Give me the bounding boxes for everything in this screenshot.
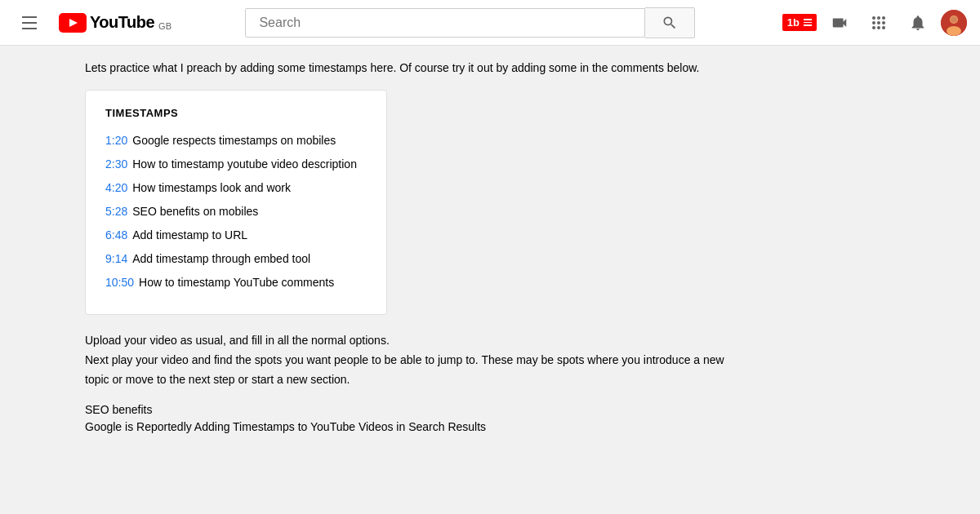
timestamp-item: 10:50How to timestamp YouTube comments <box>105 274 367 291</box>
svg-point-4 <box>947 26 961 36</box>
grid-icon <box>872 16 885 29</box>
avatar[interactable] <box>941 10 967 36</box>
timestamp-link[interactable]: 2:30 <box>105 156 127 173</box>
logo-text: YouTube <box>90 13 154 32</box>
main-content: Lets practice what I preach by adding so… <box>0 46 735 447</box>
timestamp-description: Add timestamp through embed tool <box>132 250 310 268</box>
seo-section: SEO benefits Google is Reportedly Adding… <box>85 403 735 434</box>
timestamp-link[interactable]: 5:28 <box>105 203 127 220</box>
timestamp-description: Add timestamp to URL <box>132 227 247 244</box>
para2: Next play your video and find the spots … <box>85 351 735 390</box>
timestamp-item: 9:14Add timestamp through embed tool <box>105 250 367 268</box>
timestamp-item: 1:20Google respects timestamps on mobile… <box>105 132 367 149</box>
timestamps-title: TIMESTAMPS <box>105 107 367 119</box>
timestamps-list: 1:20Google respects timestamps on mobile… <box>105 132 367 291</box>
camera-icon <box>831 14 849 32</box>
timestamp-link[interactable]: 4:20 <box>105 179 127 197</box>
svg-point-5 <box>951 16 957 23</box>
apps-button[interactable] <box>862 7 895 39</box>
header-right: 1b <box>782 7 967 39</box>
timestamp-item: 6:48Add timestamp to URL <box>105 227 367 244</box>
timestamp-description: SEO benefits on mobiles <box>132 203 258 220</box>
timestamp-link[interactable]: 9:14 <box>105 250 127 268</box>
timestamp-item: 4:20How timestamps look and work <box>105 179 367 197</box>
timestamp-description: How to timestamp YouTube comments <box>139 274 334 291</box>
bell-icon <box>909 14 927 32</box>
timestamp-description: How to timestamp youtube video descripti… <box>132 156 357 173</box>
search-bar <box>245 8 645 38</box>
hamburger-menu-button[interactable] <box>13 7 46 39</box>
hamburger-icon <box>16 10 43 36</box>
timestamp-description: Google respects timestamps on mobiles <box>132 132 336 149</box>
intro-paragraph: Lets practice what I preach by adding so… <box>85 59 735 77</box>
timestamp-link[interactable]: 6:48 <box>105 227 127 244</box>
sub-lines-icon <box>804 19 812 26</box>
notifications-button[interactable] <box>902 7 934 39</box>
youtube-logo[interactable]: YouTube GB <box>59 13 172 33</box>
search-icon <box>662 15 678 31</box>
timestamp-item: 5:28SEO benefits on mobiles <box>105 203 367 220</box>
timestamp-description: How timestamps look and work <box>132 179 291 197</box>
logo-country: GB <box>158 21 172 31</box>
seo-label: SEO benefits <box>85 403 735 416</box>
subscription-badge[interactable]: 1b <box>782 14 817 31</box>
timestamp-item: 2:30How to timestamp youtube video descr… <box>105 156 367 173</box>
para1: Upload your video as usual, and fill in … <box>85 331 735 351</box>
seo-link[interactable]: Google is Reportedly Adding Timestamps t… <box>85 420 486 433</box>
header: YouTube GB 1b <box>0 0 980 46</box>
sub-count: 1b <box>787 16 800 29</box>
header-left: YouTube GB <box>13 7 172 39</box>
timestamp-link[interactable]: 10:50 <box>105 274 134 291</box>
timestamp-link[interactable]: 1:20 <box>105 132 127 149</box>
upload-paragraph: Upload your video as usual, and fill in … <box>85 331 735 389</box>
create-video-button[interactable] <box>823 7 856 39</box>
youtube-icon <box>59 13 87 33</box>
search-container <box>245 7 695 38</box>
search-input[interactable] <box>246 9 644 37</box>
timestamps-box: TIMESTAMPS 1:20Google respects timestamp… <box>85 90 387 315</box>
avatar-image <box>941 10 967 36</box>
search-button[interactable] <box>645 7 695 38</box>
